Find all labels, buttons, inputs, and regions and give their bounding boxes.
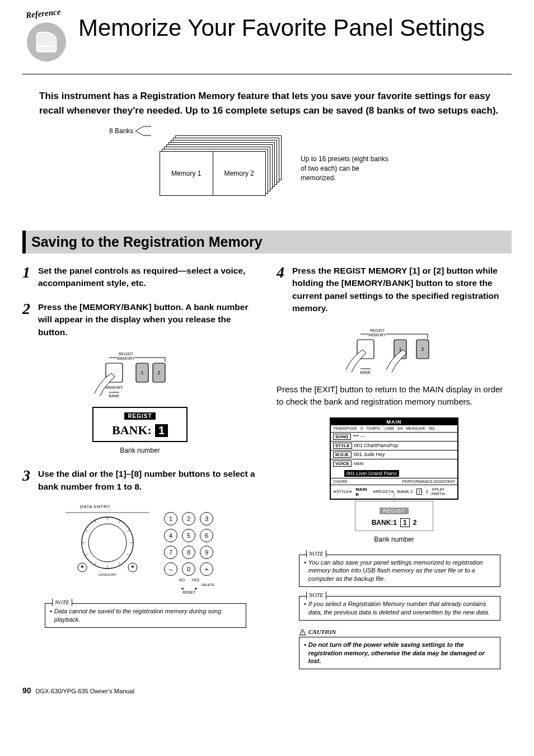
step-1: 1 Set the panel controls as required—sel… [22,265,257,290]
svg-line-23 [85,554,88,556]
svg-point-14 [88,524,127,562]
page-number: 90 [22,686,31,695]
svg-text:1: 1 [140,370,143,375]
note-tab: NOTE [52,599,72,607]
svg-line-17 [127,530,130,532]
caution-text: Do not turn off the power while saving s… [308,641,495,666]
key-plus: + [200,562,213,576]
lcd-title: REGIST [124,412,155,420]
key-2: 2 [182,512,195,525]
step-1-text: Set the panel controls as required—selec… [38,265,257,290]
svg-point-13 [82,517,133,569]
note-box-right-1: NOTE •You can also save your panel setti… [299,555,500,588]
memory-2-cell: Memory 2 [213,152,266,195]
svg-line-16 [119,520,120,523]
caution-label: ! CAUTION [299,628,512,636]
piano-icon [27,22,66,62]
regist-memory-button-diagram: REGIST MEMORY 1 2 BANK [277,326,512,378]
page-title: Memorize Your Favorite Panel Settings [78,15,485,41]
data-entry-diagram: DATA ENTRY CATEGORY [22,504,257,594]
key-4: 4 [164,529,177,542]
page-footer: 90 DGX-630/YPG-635 Owner's Manual [22,686,512,695]
memory-1-cell: Memory 1 [160,152,213,195]
right-column: 4 Press the REGIST MEMORY [1] or [2] but… [277,265,512,670]
note-left-text: Data cannot be saved to the registration… [54,607,241,624]
section-heading: Saving to the Registration Memory [22,231,512,253]
regist-callout-box: REGIST BANK:1 1 2 [355,501,433,531]
key-1: 1 [164,512,177,525]
step-3-text: Use the dial or the [1]–[8] number butto… [38,468,257,493]
svg-line-26 [95,520,96,523]
step-2-text: Press the [MEMORY/BANK] button. A bank n… [38,301,257,339]
key-9: 9 [200,546,213,559]
reference-label: Reference [25,7,61,20]
no-label: NO [179,578,185,582]
svg-text:CATEGORY: CATEGORY [98,573,116,576]
lcd-bank-label: BANK: [112,423,152,438]
title-divider [22,74,512,74]
brace-icon [134,125,153,137]
key-0: 0 [182,562,195,576]
lcd-caption: Bank number [22,447,257,454]
warning-icon: ! [299,628,306,636]
banks-count-label: 8 Banks [109,125,153,137]
yes-label: YES [191,578,199,582]
svg-text:BANK: BANK [360,370,371,374]
dial-icon: CATEGORY [65,509,149,576]
svg-text:MEMORY: MEMORY [105,386,123,389]
step-2: 2 Press the [MEMORY/BANK] button. A bank… [22,301,257,339]
svg-line-19 [127,554,130,556]
callout-line-icon [391,492,397,501]
key-minus: – [164,562,177,576]
banks-stack-diagram: 8 Banks Memory 1 Memory 2 [144,135,284,203]
number-keypad: 1 2 3 4 5 6 7 8 9 – 0 + [164,512,214,576]
lcd-regist-display: REGIST BANK: 1 [92,407,188,442]
step-4: 4 Press the REGIST MEMORY [1] or [2] but… [277,265,512,315]
svg-text:REGIST: REGIST [370,328,385,332]
key-5: 5 [182,529,195,542]
svg-line-22 [95,562,96,565]
note-box-left: NOTE •Data cannot be saved to the regist… [45,603,246,628]
svg-text:MEMORY: MEMORY [117,356,135,360]
key-7: 7 [164,546,177,559]
banks-caption: Up to 16 presets (eight banks of two eac… [301,154,390,182]
svg-text:BANK: BANK [109,394,119,398]
svg-text:!: ! [302,630,303,635]
regist-memory-label: REGIST [119,352,134,356]
intro-paragraph: This instrument has a Registration Memor… [39,89,506,119]
key-8: 8 [182,546,195,559]
svg-text:MEMORY: MEMORY [368,333,386,337]
page-header: Reference Memorize Your Favorite Panel S… [22,11,512,62]
dial-section: DATA ENTRY CATEGORY [65,504,149,579]
note-r1-text: You can also save your panel settings me… [308,558,495,584]
main-lcd-display: MAIN TRANSPOSE0 TEMPO♩=080 4/4 MEASURE00… [330,417,458,500]
key-3: 3 [200,512,213,525]
regist-callout-caption: Bank number [277,536,512,543]
step-3: 3 Use the dial or the [1]–[8] number but… [22,468,257,493]
exit-instruction-text: Press the [EXIT] button to return to the… [277,383,512,408]
manual-title: DGX-630/YPG-635 Owner's Manual [36,688,134,694]
step-4-text: Press the REGIST MEMORY [1] or [2] butto… [292,265,512,315]
memory-bank-button-diagram: REGIST MEMORY 1 2 MEMORY BANK [22,350,257,401]
lcd-bank-number: 1 [155,424,168,437]
reference-badge: Reference [22,11,73,62]
svg-text:2: 2 [157,370,160,375]
keypad-section: 1 2 3 4 5 6 7 8 9 – 0 + NO YES [164,504,214,594]
caution-box: •Do not turn off the power while saving … [299,637,500,670]
key-6: 6 [200,529,213,542]
md-title: MAIN [331,419,457,425]
note-box-right-2: NOTE •If you select a Registration Memor… [299,596,500,621]
note-r2-text: If you select a Registration Memory numb… [308,600,495,617]
banks-diagram-row: 8 Banks Memory 1 Memory 2 Up to 16 prese… [22,135,512,203]
reset-label: RESET [164,590,214,594]
svg-line-25 [85,530,88,532]
svg-text:2: 2 [421,346,424,352]
left-column: 1 Set the panel controls as required—sel… [22,265,257,670]
svg-line-20 [119,562,120,565]
